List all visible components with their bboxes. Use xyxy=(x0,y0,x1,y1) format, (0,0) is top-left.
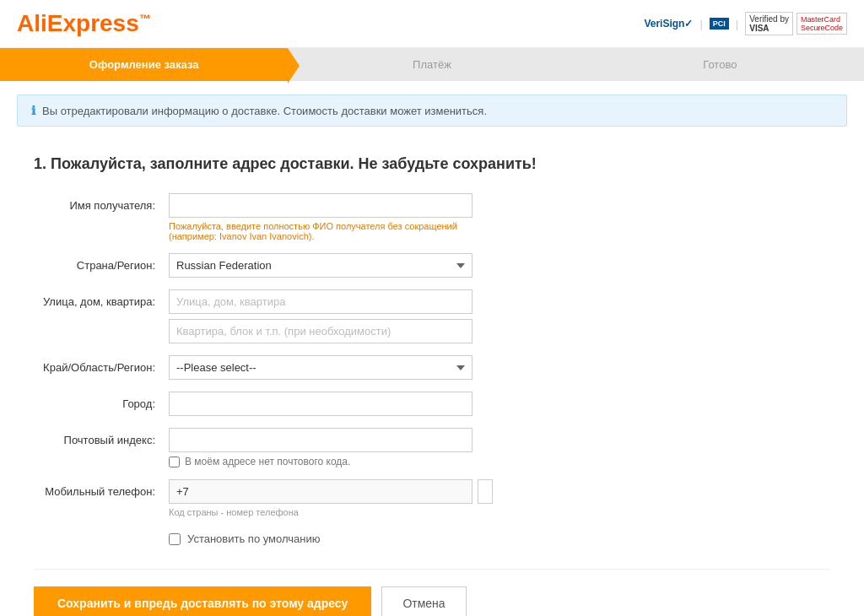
name-input[interactable] xyxy=(169,193,472,218)
postal-field-container: В моём адресе нет почтового кода. xyxy=(169,428,472,467)
logo-text: AliExpress xyxy=(17,10,139,36)
visa-badge: Verified byVISA xyxy=(745,12,793,35)
street-field-container xyxy=(169,289,472,343)
progress-step-checkout[interactable]: Оформление заказа xyxy=(0,48,288,81)
phone-prefix-input[interactable] xyxy=(169,479,472,504)
logo-trademark: ™ xyxy=(139,12,151,25)
city-label: Город: xyxy=(34,392,169,410)
set-default-label[interactable]: Установить по умолчанию xyxy=(187,532,320,545)
name-field-container: Пожалуйста, введите полностью ФИО получа… xyxy=(169,193,472,241)
button-row: Сохранить и впредь доставлять по этому а… xyxy=(34,569,830,616)
country-select[interactable]: Russian Federation United States Germany… xyxy=(169,253,472,278)
header: AliExpress™ VeriSign✓ | PCI | Verified b… xyxy=(0,0,864,48)
pci-badge: PCI xyxy=(710,18,729,30)
name-row: Имя получателя: Пожалуйста, введите полн… xyxy=(34,193,830,241)
street-label: Улица, дом, квартира: xyxy=(34,289,169,308)
divider2: | xyxy=(736,18,738,30)
city-field-container xyxy=(169,392,472,416)
country-row: Страна/Регион: Russian Federation United… xyxy=(34,253,830,278)
cancel-button[interactable]: Отмена xyxy=(381,586,466,616)
street-input2[interactable] xyxy=(169,319,472,343)
street-row: Улица, дом, квартира: xyxy=(34,289,830,343)
phone-hint: Код страны - номер телефона xyxy=(169,507,472,517)
postal-input[interactable] xyxy=(169,428,472,452)
logo[interactable]: AliExpress™ xyxy=(17,10,151,37)
save-button[interactable]: Сохранить и впредь доставлять по этому а… xyxy=(34,586,371,616)
country-field-container: Russian Federation United States Germany… xyxy=(169,253,472,278)
progress-bar: Оформление заказа Платёж Готово xyxy=(0,48,864,81)
info-banner: ℹ Вы отредактировали информацию о достав… xyxy=(17,95,847,127)
region-label: Край/Область/Регион: xyxy=(34,355,169,374)
main-content: 1. Пожалуйста, заполните адрес доставки.… xyxy=(0,140,864,616)
progress-step-payment[interactable]: Платёж xyxy=(288,48,575,81)
street-input[interactable] xyxy=(169,289,472,314)
info-text: Вы отредактировали информацию о доставке… xyxy=(42,105,487,117)
name-label: Имя получателя: xyxy=(34,193,169,212)
city-input[interactable] xyxy=(169,392,472,416)
form-title: 1. Пожалуйста, заполните адрес доставки.… xyxy=(34,155,830,173)
divider1: | xyxy=(699,18,702,30)
country-label: Страна/Регион: xyxy=(34,253,169,272)
phone-field-container: Код страны - номер телефона xyxy=(169,479,472,517)
postal-label: Почтовый индекс: xyxy=(34,428,169,446)
set-default-row: Установить по умолчанию xyxy=(34,529,830,545)
phone-number-input[interactable] xyxy=(478,479,493,504)
security-badges: VeriSign✓ | PCI | Verified byVISA Master… xyxy=(644,12,847,35)
phone-label: Мобильный телефон: xyxy=(34,479,169,498)
set-default-checkbox[interactable] xyxy=(169,533,181,545)
no-postal-label[interactable]: В моём адресе нет почтового кода. xyxy=(185,456,350,467)
region-row: Край/Область/Регион: --Please select-- xyxy=(34,355,830,380)
verisign-badge: VeriSign✓ xyxy=(644,18,693,30)
postal-row: Почтовый индекс: В моём адресе нет почто… xyxy=(34,428,830,467)
set-default-spacer xyxy=(34,529,169,535)
city-row: Город: xyxy=(34,392,830,416)
no-postal-checkbox[interactable] xyxy=(169,457,180,467)
region-select[interactable]: --Please select-- xyxy=(169,355,472,380)
region-field-container: --Please select-- xyxy=(169,355,472,380)
progress-step-done[interactable]: Готово xyxy=(576,48,864,81)
phone-row: Мобильный телефон: Код страны - номер те… xyxy=(34,479,830,517)
name-hint: Пожалуйста, введите полностью ФИО получа… xyxy=(169,221,472,241)
set-default-field: Установить по умолчанию xyxy=(169,529,472,545)
mastercard-badge: MasterCardSecureCode xyxy=(796,13,847,35)
info-icon: ℹ xyxy=(31,104,35,117)
